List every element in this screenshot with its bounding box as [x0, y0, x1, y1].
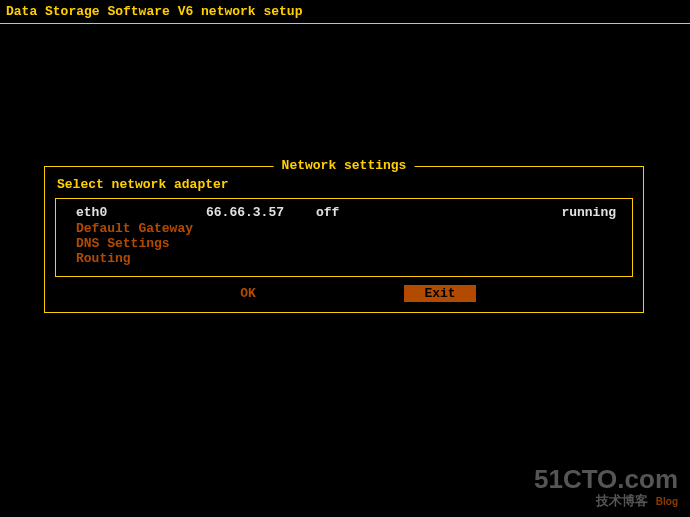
- panel-title: Network settings: [274, 158, 415, 173]
- exit-button[interactable]: Exit: [404, 285, 476, 302]
- adapter-listbox: eth0 66.66.3.57 off running Default Gate…: [55, 198, 633, 277]
- watermark-line2: 技术博客 Blog: [534, 494, 678, 507]
- adapter-dhcp: off: [316, 205, 516, 221]
- adapter-name: eth0: [60, 205, 206, 221]
- console-screen: Data Storage Software V6 network setup N…: [0, 0, 690, 517]
- adapter-ip: 66.66.3.57: [206, 205, 316, 221]
- network-settings-panel-wrap: Network settings Select network adapter …: [44, 166, 644, 313]
- menu-item-dns-settings[interactable]: DNS Settings: [60, 236, 628, 251]
- watermark-tag: Blog: [656, 496, 678, 507]
- watermark-line2-text: 技术博客: [596, 493, 648, 508]
- menu-item-routing[interactable]: Routing: [60, 251, 628, 266]
- ok-button[interactable]: OK: [212, 285, 284, 302]
- title-divider: [0, 23, 690, 24]
- watermark: 51CTO.com 技术博客 Blog: [534, 466, 678, 507]
- network-settings-panel: Network settings Select network adapter …: [44, 166, 644, 313]
- page-title: Data Storage Software V6 network setup: [0, 0, 690, 21]
- adapter-row-eth0[interactable]: eth0 66.66.3.57 off running: [60, 205, 628, 221]
- menu-item-default-gateway[interactable]: Default Gateway: [60, 221, 628, 236]
- panel-instruction: Select network adapter: [57, 177, 633, 192]
- button-row: OK Exit: [55, 285, 633, 302]
- watermark-line1: 51CTO.com: [534, 466, 678, 492]
- adapter-status: running: [516, 205, 628, 221]
